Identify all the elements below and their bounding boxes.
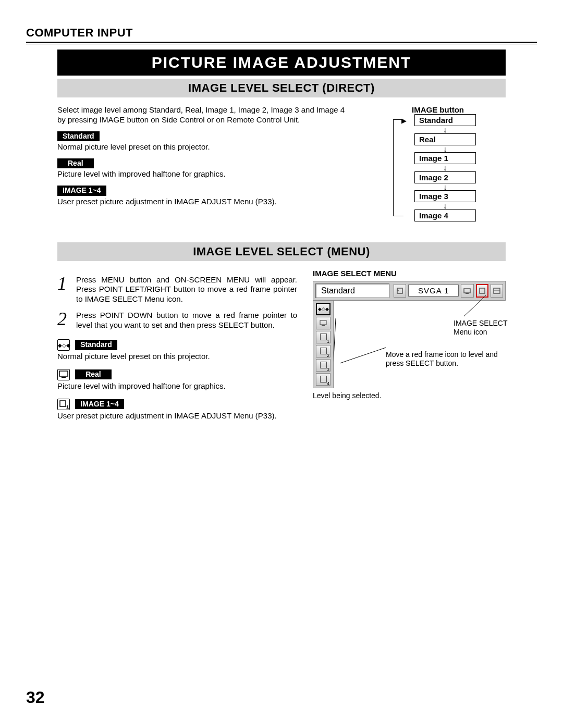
tag-standard-2: Standard <box>75 340 117 350</box>
real-icon <box>57 369 70 380</box>
image-select-menu-icon[interactable] <box>476 284 488 298</box>
arrow-down-icon: ↓ <box>419 202 471 209</box>
menu-screenshot: Standard SVGA 1 ◆◇◆ 1 2 3 4 <box>313 281 506 401</box>
menu-next-icon[interactable] <box>491 284 503 298</box>
level-image4-icon[interactable]: 4 <box>316 373 331 386</box>
callout-icon: IMAGE SELECT Menu icon <box>454 319 521 337</box>
level-standard-icon[interactable]: ◆◇◆ <box>316 303 331 315</box>
svg-line-13 <box>334 318 336 384</box>
section1-intro: Select image level among Standard, Real,… <box>57 105 354 125</box>
step-number: 2 <box>57 311 76 330</box>
mode-field: SVGA 1 <box>408 285 459 297</box>
menu-input-icon[interactable] <box>394 284 406 298</box>
cycle-title: IMAGE button <box>370 105 506 114</box>
section-header: COMPUTER INPUT <box>26 26 537 40</box>
desc-image14-2: User preset picture adjustment in IMAGE … <box>57 411 297 421</box>
level-image2-icon[interactable]: 2 <box>316 345 331 357</box>
section1-right: IMAGE button ▶ Standard ↓ Real ↓ Image 1… <box>370 105 506 221</box>
svg-rect-2 <box>60 401 66 406</box>
tag-image14-2: IMAGE 1~4 <box>75 399 124 410</box>
desc-image14: User preset picture adjustment in IMAGE … <box>57 197 354 207</box>
menu-auto-icon[interactable] <box>461 284 473 298</box>
arrow-down-icon: ↓ <box>419 145 471 153</box>
cycle-step: Image 4 <box>414 209 476 221</box>
standard-icon: ◆◇◆ <box>57 339 70 351</box>
page-number: 32 <box>26 688 45 707</box>
desc-real: Picture level with improved halftone for… <box>57 169 354 179</box>
tag-real: Real <box>57 158 94 169</box>
tag-image14: IMAGE 1~4 <box>57 186 106 196</box>
cycle-step: Standard <box>414 114 476 126</box>
section1-left: Select image level among Standard, Real,… <box>57 105 370 221</box>
section2-right: IMAGE SELECT MENU Standard SVGA 1 ◆◇◆ 1 … <box>313 269 506 421</box>
level-image1-icon[interactable]: 1 <box>316 331 331 343</box>
svg-rect-4 <box>464 289 470 293</box>
tag-real-2: Real <box>75 369 112 380</box>
subsection-title-direct: IMAGE LEVEL SELECT (DIRECT) <box>57 79 506 97</box>
current-level-field: Standard <box>315 283 389 298</box>
cycle-step: Real <box>414 133 476 145</box>
svg-rect-9 <box>320 320 326 325</box>
loop-arrow-icon: ▶ <box>401 117 407 125</box>
main-title: PICTURE IMAGE ADJUSTMENT <box>57 50 506 76</box>
level-image3-icon[interactable]: 3 <box>316 359 331 372</box>
arrow-down-icon: ↓ <box>419 126 471 133</box>
subsection-title-menu: IMAGE LEVEL SELECT (MENU) <box>57 242 506 261</box>
cycle-step: Image 3 <box>414 190 476 202</box>
svg-rect-1 <box>62 377 66 378</box>
svg-rect-7 <box>494 288 500 293</box>
callout-move: Move a red frame icon to level and press… <box>386 350 506 368</box>
level-real-icon[interactable] <box>316 317 331 329</box>
image14-icon: 1 <box>57 399 70 410</box>
step-text: Press MENU button and ON-SCREEN MENU wil… <box>76 275 297 304</box>
tag-standard: Standard <box>57 131 100 142</box>
cycle-diagram: ▶ Standard ↓ Real ↓ Image 1 ↓ Image 2 ↓ … <box>389 114 487 221</box>
arrow-down-icon: ↓ <box>419 183 471 191</box>
section2-left: 1 Press MENU button and ON-SCREEN MENU w… <box>57 269 313 421</box>
svg-rect-6 <box>480 288 485 293</box>
desc-real-2: Picture level with improved halftone for… <box>57 381 297 391</box>
step-number: 1 <box>57 275 76 304</box>
arrow-down-icon: ↓ <box>419 164 471 171</box>
desc-standard: Normal picture level preset on this proj… <box>57 142 354 152</box>
desc-standard-2: Normal picture level preset on this proj… <box>57 352 297 362</box>
rule-thick <box>26 42 537 43</box>
cycle-step: Image 2 <box>414 171 476 183</box>
svg-line-12 <box>340 348 386 363</box>
callout-selected: Level being selected. <box>313 391 506 401</box>
svg-rect-10 <box>322 325 325 326</box>
svg-rect-5 <box>466 293 469 294</box>
menu-title: IMAGE SELECT MENU <box>313 269 506 278</box>
svg-rect-0 <box>59 371 68 376</box>
rule-thin <box>26 44 537 44</box>
step-text: Press POINT DOWN button to move a red fr… <box>76 311 297 330</box>
cycle-step: Image 1 <box>414 152 476 164</box>
